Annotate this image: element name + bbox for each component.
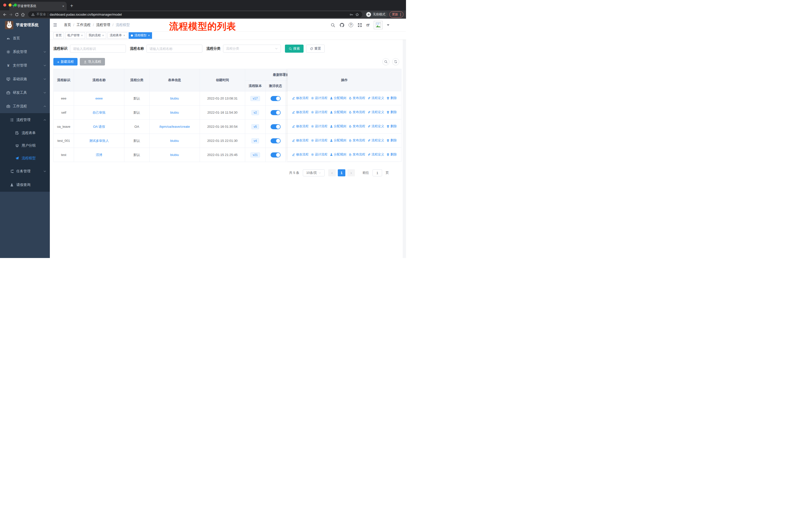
category-select[interactable]: 流程分类 [223, 45, 281, 53]
action-definition[interactable]: 流程定义 [368, 110, 384, 114]
sidebar-item-process-form[interactable]: 流程表单 [0, 127, 50, 139]
sidebar-item-workflow[interactable]: 工作流程 [0, 100, 50, 113]
tag-tenant[interactable]: 租户管理× [65, 32, 85, 39]
cell-form-link[interactable]: biubiu [149, 91, 200, 106]
font-size-icon[interactable]: tT [367, 23, 370, 27]
action-publish[interactable]: 发布流程 [349, 96, 365, 100]
next-page-button[interactable]: › [347, 169, 355, 176]
sidebar-item-process-model[interactable]: 流程模型 [0, 152, 50, 165]
action-edit[interactable]: 修改流程 [292, 96, 309, 100]
action-publish[interactable]: 发布流程 [349, 124, 365, 129]
update-button[interactable]: 更新 [389, 11, 404, 18]
browser-tab[interactable]: 芋道管理系统 × [9, 2, 67, 10]
version-badge[interactable]: v4 [252, 138, 259, 143]
close-tab-icon[interactable]: × [62, 4, 64, 8]
cell-process-name-link[interactable]: OA 请假 [74, 120, 124, 134]
action-design[interactable]: 设计流程 [311, 96, 327, 100]
breadcrumb-workflow[interactable]: 工作流程 [77, 23, 91, 27]
action-delete[interactable]: 删除 [386, 124, 397, 129]
github-icon[interactable] [340, 23, 344, 27]
close-window-button[interactable] [3, 3, 6, 6]
sidebar-item-devtools[interactable]: 研发工具 [0, 86, 50, 100]
avatar-dropdown-caret-icon[interactable] [387, 24, 389, 27]
action-design[interactable]: 设计流程 [311, 138, 327, 143]
sidebar-item-payment[interactable]: ¥ 支付管理 [0, 59, 50, 72]
process-key-input[interactable] [70, 45, 126, 53]
close-tag-icon[interactable]: × [123, 34, 125, 37]
cell-form-link[interactable]: biubiu [149, 106, 200, 120]
process-name-input[interactable] [146, 45, 202, 53]
active-toggle[interactable] [270, 124, 281, 129]
new-tab-button[interactable]: + [70, 3, 73, 9]
show-search-button[interactable] [382, 58, 389, 65]
version-badge[interactable]: v21 [251, 153, 260, 158]
action-edit[interactable]: 修改流程 [292, 124, 309, 129]
version-badge[interactable]: v2 [252, 110, 259, 115]
action-publish[interactable]: 发布流程 [349, 110, 365, 114]
close-tag-icon[interactable]: × [148, 34, 150, 37]
menu-kebab-icon[interactable] [400, 13, 401, 16]
active-toggle[interactable] [270, 153, 281, 158]
action-publish[interactable]: 发布流程 [349, 138, 365, 143]
create-process-button[interactable]: + 新建流程 [53, 58, 78, 65]
cell-form-link[interactable]: biubiu [149, 148, 200, 162]
action-design[interactable]: 设计流程 [311, 110, 327, 114]
refresh-table-button[interactable] [392, 58, 399, 65]
sidebar-item-system[interactable]: 系统管理 [0, 45, 50, 59]
action-assign[interactable]: 分配规则 [330, 138, 346, 143]
close-tag-icon[interactable]: × [81, 34, 83, 37]
back-icon[interactable] [2, 12, 7, 17]
forward-icon[interactable] [8, 12, 13, 17]
bookmark-star-icon[interactable] [355, 12, 359, 17]
cell-form-link[interactable]: biubiu [149, 134, 200, 148]
page-1-button[interactable]: 1 [338, 169, 345, 176]
search-icon[interactable] [330, 23, 335, 27]
tag-home[interactable]: 首页 [53, 32, 64, 39]
sidebar-item-user-group[interactable]: 用户分组 [0, 139, 50, 152]
action-definition[interactable]: 流程定义 [368, 153, 384, 157]
minimize-window-button[interactable] [8, 3, 11, 6]
version-badge[interactable]: v17 [251, 96, 260, 101]
breadcrumb-home[interactable]: 首页 [64, 23, 71, 27]
action-assign[interactable]: 分配规则 [330, 96, 346, 100]
action-edit[interactable]: 修改流程 [292, 110, 309, 114]
action-edit[interactable]: 修改流程 [292, 138, 309, 143]
action-publish[interactable]: 发布流程 [349, 153, 365, 157]
address-bar[interactable]: 不安全 dashboard.yudao.iocoder.cn/bpm/manag… [28, 11, 362, 18]
sidebar-item-infra[interactable]: 基础设施 [0, 72, 50, 86]
breadcrumb-process-mgmt[interactable]: 流程管理 [96, 23, 110, 27]
active-toggle[interactable] [270, 96, 281, 101]
reset-button[interactable]: 重置 [306, 45, 325, 53]
tag-my-process[interactable]: 我的流程× [86, 32, 106, 39]
sidebar-item-process-mgmt[interactable]: 流程管理 [0, 113, 50, 127]
action-edit[interactable]: 修改流程 [292, 153, 309, 157]
tag-process-form[interactable]: 流程表单× [108, 32, 127, 39]
action-design[interactable]: 设计流程 [311, 124, 327, 129]
cell-process-name-link[interactable]: 测试多审批人 [74, 134, 124, 148]
goto-page-input[interactable] [373, 169, 382, 176]
collapse-sidebar-icon[interactable] [53, 23, 57, 27]
sidebar-item-home[interactable]: 首页 [0, 31, 50, 45]
action-delete[interactable]: 删除 [386, 138, 397, 143]
action-assign[interactable]: 分配规则 [330, 153, 346, 157]
help-icon[interactable]: ? [349, 23, 353, 27]
action-delete[interactable]: 删除 [386, 110, 397, 114]
key-icon[interactable] [349, 12, 353, 17]
action-delete[interactable]: 删除 [386, 96, 397, 100]
action-assign[interactable]: 分配规则 [330, 124, 346, 129]
action-delete[interactable]: 删除 [386, 153, 397, 157]
sidebar-item-task-mgmt[interactable]: 任务管理 [0, 165, 50, 178]
maximize-window-button[interactable] [14, 3, 17, 6]
action-design[interactable]: 设计流程 [311, 153, 327, 157]
active-toggle[interactable] [270, 110, 281, 115]
page-size-select[interactable]: 10条/页 [303, 169, 325, 176]
home-icon[interactable] [21, 12, 25, 17]
cell-process-name-link[interactable]: 自己审批 [74, 106, 124, 120]
action-definition[interactable]: 流程定义 [368, 138, 384, 143]
close-tag-icon[interactable]: × [102, 34, 104, 37]
search-button[interactable]: 搜索 [285, 45, 303, 53]
active-toggle[interactable] [270, 138, 281, 143]
window-controls[interactable] [3, 3, 17, 6]
avatar[interactable] [374, 21, 383, 29]
import-process-button[interactable]: 导入流程 [80, 58, 105, 65]
